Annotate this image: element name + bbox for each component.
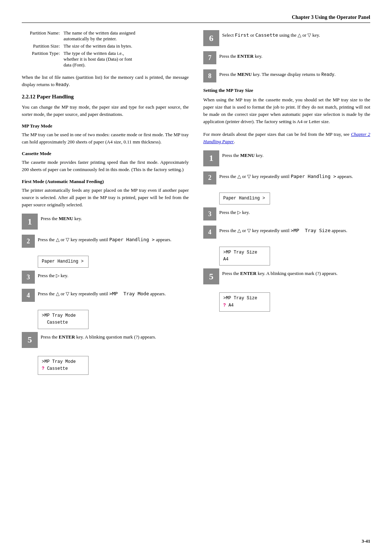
display-box-mp-tray-mode: >MP Tray Mode Cassette (38, 310, 89, 329)
mp-tray-mode-heading: MP Tray Mode (22, 123, 189, 129)
mp-tray-size-intro2: For more details about the paper sizes t… (203, 131, 370, 145)
left-step-2: 2 Press the △ or ▽ key repeatedly until … (22, 235, 189, 248)
cassette-mode-heading: Cassette Mode (22, 151, 189, 157)
right-step-6: 6 Select First or Cassette using the △ o… (203, 30, 370, 46)
partition-size-value: The size of the written data in bytes. (64, 43, 189, 49)
partition-name-label: Partition Name: (22, 30, 60, 42)
partition-type-label: Partition Type: (22, 50, 60, 68)
display-box-paper-handling-left: Paper Handling > (38, 256, 89, 268)
step-num-right-6: 6 (203, 30, 219, 46)
section-intro: You can change the MP tray mode, the pap… (22, 104, 189, 118)
step-num-4: 4 (22, 289, 35, 302)
step-rsize-3-content: Press the ▷ key. (219, 207, 370, 216)
step-rsize-1-content: Press the MENU key. (222, 150, 370, 159)
display-box-mp-tray-size-blink: >MP Tray Size? A4 (219, 292, 270, 311)
step-1-content: Press the MENU key. (41, 214, 189, 222)
step-num-rsize-5: 5 (203, 268, 219, 284)
right-column: 6 Select First or Cassette using the △ o… (203, 30, 370, 378)
first-mode-body: The printer automatically feeds any pape… (22, 187, 189, 208)
step-6-content: Select First or Cassette using the △ or … (222, 30, 370, 39)
partition-type-value: The type of the written data i.e.,whethe… (64, 50, 189, 68)
a4-blink-text: A4 (226, 303, 234, 308)
step-num-rsize-2: 2 (203, 171, 216, 185)
intro-paragraph: When the list of file names (partition l… (22, 74, 189, 89)
left-step-5: 5 Press the ENTER key. A blinking questi… (22, 332, 189, 348)
step-num-3: 3 (22, 271, 35, 284)
section-title: 2.2.12 Paper Handling (22, 94, 189, 100)
step-num-2: 2 (22, 235, 35, 248)
step-rsize-2-content: Press the △ or ▽ key repeatedly until Pa… (219, 171, 370, 180)
right-size-step-3: 3 Press the ▷ key. (203, 207, 370, 220)
step-8-content: Press the MENU key. The message display … (219, 69, 370, 78)
left-step-3: 3 Press the ▷ key. (22, 271, 189, 284)
left-step-1: 1 Press the MENU key. (22, 214, 189, 230)
step-num-rsize-3: 3 (203, 207, 216, 220)
partition-table: Partition Name: The name of the written … (22, 30, 189, 68)
first-mode-heading: First Mode (Automatic Manual Feeding) (22, 179, 189, 185)
right-step-7: 7 Press the ENTER key. (203, 51, 370, 64)
cassette-blink-text: Cassette (44, 366, 68, 371)
partition-row-size: Partition Size: The size of the written … (22, 43, 189, 49)
partition-row-type: Partition Type: The type of the written … (22, 50, 189, 68)
chapter2-link[interactable]: Chapter 2 Handling Paper (203, 131, 370, 144)
step-2-content: Press the △ or ▽ key repeatedly until Pa… (38, 235, 189, 243)
right-size-step-1: 1 Press the MENU key. (203, 150, 370, 166)
step-3-content: Press the ▷ key. (38, 271, 189, 279)
step-5-content: Press the ENTER key. A blinking question… (41, 332, 189, 341)
right-size-step-2: 2 Press the △ or ▽ key repeatedly until … (203, 171, 370, 185)
step-num-rsize-1: 1 (203, 150, 219, 166)
left-column: Partition Name: The name of the written … (22, 30, 189, 378)
display-box-mp-tray-size: >MP Tray SizeA4 (219, 247, 270, 266)
partition-row-name: Partition Name: The name of the written … (22, 30, 189, 42)
cassette-mode-body: The cassette mode provides faster printi… (22, 159, 189, 173)
right-step-8: 8 Press the MENU key. The message displa… (203, 69, 370, 82)
step-num-1: 1 (22, 214, 38, 230)
step-rsize-4-content: Press the △ or ▽ key repeatedly until >M… (219, 226, 370, 234)
ready-text-right: Ready (321, 72, 334, 77)
ready-text-left: Ready (56, 82, 69, 88)
partition-size-label: Partition Size: (22, 43, 60, 49)
left-step-4: 4 Press the △ or ▽ key repeatedly until … (22, 289, 189, 302)
right-size-step-5: 5 Press the ENTER key. A blinking questi… (203, 268, 370, 284)
mp-tray-size-intro1: When using the MP tray in the cassette m… (203, 96, 370, 126)
right-size-step-4: 4 Press the △ or ▽ key repeatedly until … (203, 226, 370, 239)
step-4-content: Press the △ or ▽ key repeatedly until >M… (38, 289, 189, 297)
step-rsize-5-content: Press the ENTER key. A blinking question… (222, 268, 370, 277)
step-num-5: 5 (22, 332, 38, 348)
chapter-header: Chapter 3 Using the Operator Panel (22, 15, 370, 23)
step-num-rsize-4: 4 (203, 226, 216, 239)
display-box-paper-handling-right: Paper Handling > (219, 193, 270, 204)
mp-tray-size-heading: Setting the MP Tray Size (203, 88, 370, 93)
step-num-right-7: 7 (203, 51, 216, 64)
partition-name-value: The name of the written data assignedaut… (64, 30, 189, 42)
page-number: 3-41 (362, 538, 370, 544)
mp-tray-mode-body: The MP tray can be used in one of two mo… (22, 131, 189, 146)
chapter-title: Chapter 3 Using the Operator Panel (292, 15, 370, 20)
step-7-content: Press the ENTER key. (219, 51, 370, 60)
display-box-mp-tray-mode-blink: >MP Tray Mode? Cassette (38, 356, 89, 375)
step-num-right-8: 8 (203, 69, 216, 82)
